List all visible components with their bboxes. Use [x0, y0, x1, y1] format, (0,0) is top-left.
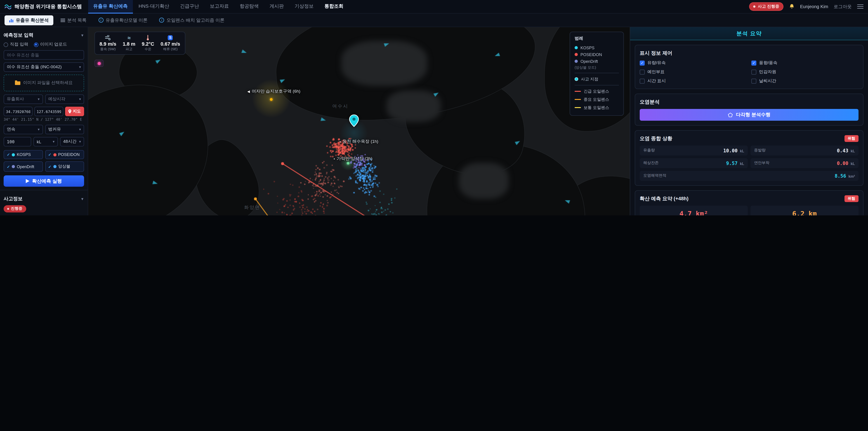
- weather-value: 1.8 m: [123, 41, 135, 47]
- map-label: ▪웅천 해수욕장 (1h): [340, 139, 378, 145]
- site-marker-dot: [270, 98, 273, 101]
- fence-line-swatch: [575, 107, 581, 108]
- tab-list[interactable]: 분석 목록: [56, 15, 91, 25]
- logout-link[interactable]: 로그아웃: [834, 3, 852, 10]
- legend-item: 사고 지점: [575, 75, 619, 83]
- analysis-summary-header: 분석 요약: [630, 27, 868, 40]
- legend-label: 긴급 오일펜스: [584, 88, 609, 94]
- chevron-down-icon: ▾: [79, 140, 81, 144]
- tab-chart[interactable]: 유출유 확산분석: [4, 15, 53, 25]
- weather-label: 파고: [126, 47, 132, 52]
- fence-line-swatch: [575, 91, 581, 92]
- spill-amount-input[interactable]: [4, 137, 31, 147]
- map-style-button[interactable]: [94, 60, 103, 67]
- analysis-panel: 분석 요약 표시 정보 제어 ✓유량/유속✓풍향/풍속예인부표민감자원시간 표시…: [630, 27, 868, 215]
- nav-item[interactable]: 게시판: [265, 0, 289, 13]
- model-checkbox-poseidon[interactable]: ✓POSEIDON: [45, 150, 84, 159]
- display-option[interactable]: 날씨시간: [751, 78, 859, 84]
- weather-label: 해류 (SE): [163, 47, 178, 52]
- pick-on-map-button[interactable]: 지도: [65, 107, 84, 116]
- spill-mode-select[interactable]: 연속▾: [4, 125, 43, 134]
- nav-item[interactable]: 긴급구난: [175, 0, 204, 13]
- legend-title: 범례: [575, 36, 619, 41]
- check-icon: ✓: [48, 164, 51, 169]
- polygon-icon: [728, 112, 733, 117]
- stat-value: 0.00 kL: [837, 160, 855, 166]
- nav-item[interactable]: 통합조회: [319, 0, 348, 13]
- model-checkbox-앙상블[interactable]: ✓앙상블: [45, 161, 84, 172]
- display-option[interactable]: 예인부표: [640, 69, 747, 75]
- display-option[interactable]: ✓풍향/풍속: [751, 60, 859, 66]
- chevron-down-icon: ▾: [38, 97, 39, 101]
- duration-select[interactable]: 48시간▾: [60, 137, 84, 147]
- nav-item[interactable]: 기상정보: [289, 0, 318, 13]
- unit-select[interactable]: kL▾: [34, 137, 58, 147]
- collapse-icon[interactable]: ▼: [81, 33, 84, 37]
- nav-item[interactable]: 유출유 확산예측: [88, 0, 133, 13]
- checkbox[interactable]: ✓: [751, 61, 756, 65]
- site-icon: ▪: [340, 140, 341, 144]
- checkbox[interactable]: [751, 70, 756, 74]
- chevron-down-icon: ▾: [79, 65, 81, 69]
- site-icon: ▪: [334, 157, 335, 161]
- status-cell: 증발량0.43 kL: [750, 146, 859, 155]
- checkbox[interactable]: ✓: [640, 61, 645, 65]
- stat-label: 유출량: [643, 148, 655, 153]
- polygon-analysis-button[interactable]: 다각형 분석수행: [640, 109, 859, 121]
- app-root: 해양환경 위기대응 통합시스템 유출유 확산예측HNS·대기확산긴급구난보고자료…: [0, 0, 868, 215]
- option-label: 날씨시간: [759, 78, 776, 84]
- display-option[interactable]: 시간 표시: [640, 78, 747, 84]
- notifications-bell-icon[interactable]: [789, 4, 795, 9]
- radio-direct-input[interactable]: 직접 입력: [4, 41, 28, 48]
- status-cell: 해상잔존9.57 kL: [640, 158, 748, 168]
- collapse-icon[interactable]: ▼: [81, 197, 84, 201]
- map-pin-icon: [68, 110, 71, 114]
- weather-metric: 8.9 m/s풍속 (SW): [99, 35, 116, 52]
- incident-section-header[interactable]: 사고정보 ▼: [4, 193, 84, 204]
- model-checkbox-opendrift[interactable]: ✓OpenDrift: [4, 161, 43, 172]
- incident-status-badge[interactable]: 사고 진행중: [749, 2, 783, 11]
- checkbox[interactable]: [640, 70, 645, 74]
- incident-select[interactable]: 여수 유조선 충돌 (INC-0042)▾: [4, 62, 84, 72]
- oil-type-select[interactable]: 벙커유▾: [45, 125, 84, 134]
- model-color-dot: [575, 60, 578, 63]
- legend-item: POSEIDON: [575, 51, 619, 58]
- tab-bar: 유출유 확산분석분석 목록i유출유확산모델 이론i오일펜스 배치 알고리즘 이론: [0, 13, 868, 27]
- nav-item[interactable]: 보고자료: [205, 0, 234, 13]
- incident-search-input[interactable]: [4, 50, 84, 60]
- radio-image-upload[interactable]: 이미지 업로드: [34, 41, 67, 48]
- map-area[interactable]: 여수시화양면돌산읍◀여자만 습지보호구역 (6h)▪웅천 해수욕장 (1h)▪가…: [88, 27, 630, 215]
- legend-label: OpenDrift: [581, 59, 598, 63]
- model-label: OpenDrift: [17, 164, 34, 169]
- display-option[interactable]: 민감자원: [751, 69, 859, 75]
- incident-field: 사고코드INC-2025-0042: [4, 215, 84, 215]
- run-prediction-button[interactable]: 확산예측 실행: [4, 175, 84, 187]
- nav-item[interactable]: HNS·대기확산: [133, 0, 174, 13]
- stat-label: 해상잔존: [643, 160, 659, 166]
- latitude-input[interactable]: [4, 107, 33, 116]
- user-name[interactable]: Eunjeong Kim: [800, 4, 828, 9]
- top-navbar: 해양환경 위기대응 통합시스템 유출유 확산예측HNS·대기확산긴급구난보고자료…: [0, 0, 868, 13]
- menu-button[interactable]: [857, 4, 864, 9]
- prediction-section-header[interactable]: 예측정보 입력 ▼: [4, 30, 84, 41]
- checkbox[interactable]: [751, 79, 756, 84]
- stat-unit: km²: [847, 175, 855, 179]
- nav-item[interactable]: 항공탐색: [235, 0, 264, 13]
- display-option[interactable]: ✓유량/유속: [640, 60, 747, 66]
- chevron-down-icon: ▾: [79, 97, 81, 101]
- prediction-section-title: 예측정보 입력: [4, 32, 33, 38]
- image-file-dropzone[interactable]: 이미지 파일을 선택하세요: [4, 74, 84, 91]
- spill-company-select[interactable]: 유출회사▾: [4, 94, 43, 104]
- dms-coordinates: 34° 44' 21.15" N / 127° 40' 27.70" E: [4, 118, 84, 122]
- incident-location-pin[interactable]: [349, 114, 359, 128]
- tab-label: 분석 목록: [67, 17, 87, 23]
- checkbox[interactable]: [640, 79, 645, 84]
- tab-info[interactable]: i오일펜스 배치 알고리즘 이론: [155, 15, 229, 25]
- expected-time-select[interactable]: 예상시각▾: [45, 94, 84, 104]
- model-checkbox-kosps[interactable]: ✓KOSPS: [4, 150, 43, 159]
- model-color-dot: [575, 53, 578, 56]
- longitude-input[interactable]: [34, 107, 63, 116]
- option-label: 시간 표시: [647, 78, 666, 84]
- legend-label: 중요 오일펜스: [584, 96, 609, 102]
- tab-info[interactable]: i유출유확산모델 이론: [94, 15, 152, 25]
